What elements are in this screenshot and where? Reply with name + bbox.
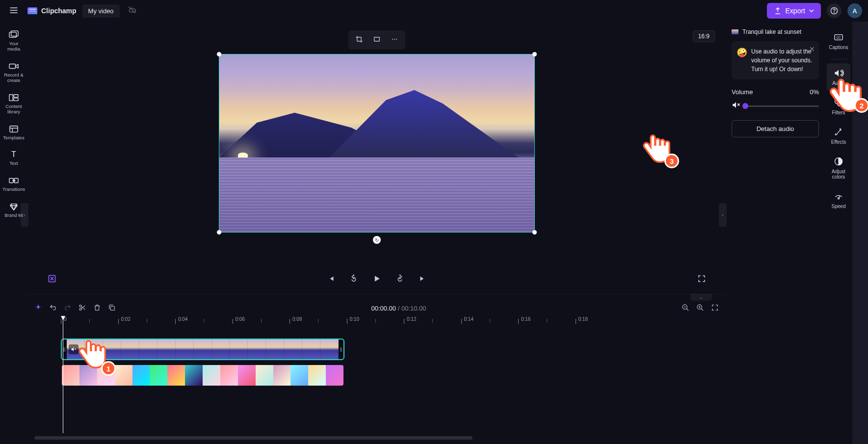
- svg-rect-4: [11, 31, 18, 36]
- effects-icon: [833, 127, 844, 137]
- tip-emoji-icon: 🤪: [736, 46, 747, 59]
- user-avatar[interactable]: A: [847, 3, 862, 18]
- fullscreen-button[interactable]: [695, 272, 708, 287]
- right-panel-expand[interactable]: ‹: [719, 203, 727, 227]
- clip-mute-icon[interactable]: [69, 344, 79, 354]
- sidebar-item-text[interactable]: T Text: [2, 145, 26, 171]
- rewind-button[interactable]: [347, 272, 360, 287]
- detach-audio-button[interactable]: Detach audio: [732, 120, 819, 137]
- svg-point-16: [392, 39, 393, 40]
- sidebar-item-content-library[interactable]: Content library: [2, 88, 26, 120]
- sidebar-item-your-media[interactable]: Your media: [2, 26, 26, 57]
- svg-rect-6: [9, 94, 13, 101]
- volume-value: 0%: [810, 88, 819, 96]
- resize-handle-br[interactable]: [532, 230, 537, 235]
- sidebar-tab-speed[interactable]: Speed: [827, 186, 850, 214]
- more-options-button[interactable]: [386, 32, 403, 48]
- clip-trim-right[interactable]: ||: [339, 340, 343, 359]
- resize-handle-tl[interactable]: [217, 52, 221, 56]
- svg-point-2: [834, 12, 835, 13]
- svg-point-21: [79, 308, 81, 310]
- svg-rect-3: [9, 32, 16, 38]
- rotate-handle[interactable]: ↻: [373, 236, 381, 244]
- library-icon: [8, 93, 19, 102]
- sidebar-item-transitions[interactable]: Transitions: [2, 171, 26, 197]
- svg-rect-9: [10, 126, 18, 132]
- text-icon: T: [8, 150, 19, 159]
- undo-button[interactable]: [49, 304, 57, 313]
- svg-rect-7: [14, 94, 18, 97]
- sidebar-tab-effects[interactable]: Effects: [827, 122, 850, 150]
- timecode-display: 00:00.00 / 00:10.00: [123, 305, 675, 312]
- split-button[interactable]: [79, 304, 86, 313]
- zoom-in-button[interactable]: [696, 304, 704, 313]
- brandkit-icon: [8, 202, 19, 211]
- stage-toolbar: [348, 30, 405, 50]
- sidebar-tab-adjust-colors[interactable]: Adjust colors: [827, 152, 850, 184]
- magic-button[interactable]: [34, 304, 42, 313]
- skip-end-button[interactable]: [416, 272, 429, 287]
- fit-button[interactable]: [368, 32, 386, 48]
- audio-icon: [833, 68, 844, 78]
- aspect-ratio-selector[interactable]: 16:9: [693, 30, 715, 42]
- filters-icon: [833, 98, 844, 107]
- app-logo[interactable]: Clipchamp: [27, 7, 77, 15]
- video-canvas[interactable]: ↻: [219, 54, 534, 232]
- properties-panel: ‹ Tranquil lake at sunset 🤪 ✕ Use audio …: [726, 22, 825, 444]
- remove-bg-button[interactable]: [45, 272, 59, 287]
- timeline-collapse[interactable]: ⌄: [690, 294, 712, 301]
- video-clip[interactable]: || ||: [61, 339, 344, 360]
- timeline: ⌄ 00:00.00 / 00:10.00: [27, 294, 726, 444]
- volume-slider[interactable]: [745, 105, 819, 107]
- skip-start-button[interactable]: [325, 272, 338, 287]
- zoom-out-button[interactable]: [682, 304, 689, 313]
- zoom-fit-button[interactable]: [711, 304, 719, 313]
- delete-button[interactable]: [93, 304, 101, 313]
- crop-button[interactable]: [350, 32, 368, 48]
- tip-close-button[interactable]: ✕: [809, 45, 815, 53]
- mute-icon[interactable]: [732, 101, 740, 111]
- timeline-scrollbar[interactable]: [34, 436, 719, 441]
- speed-icon: [833, 191, 844, 201]
- record-icon: [8, 62, 19, 71]
- volume-label: Volume: [732, 88, 753, 96]
- svg-rect-22: [110, 306, 114, 310]
- help-button[interactable]: [827, 3, 842, 18]
- export-button[interactable]: Export: [767, 3, 821, 19]
- svg-text:T: T: [11, 150, 16, 158]
- resize-handle-tr[interactable]: [532, 52, 537, 56]
- hamburger-menu[interactable]: [6, 2, 22, 20]
- sidebar-tab-filters[interactable]: Filters: [827, 93, 850, 120]
- selected-clip-name: Tranquil lake at sunset: [732, 28, 819, 35]
- cloud-sync-off-icon[interactable]: [128, 5, 136, 16]
- sidebar-item-record-create[interactable]: Record & create: [2, 57, 26, 88]
- adjust-icon: [833, 157, 844, 166]
- tip-callout: 🤪 ✕ Use audio to adjust the volume of yo…: [732, 41, 819, 79]
- sidebar-tab-captions[interactable]: CC Captions: [827, 27, 850, 55]
- app-name: Clipchamp: [41, 7, 77, 15]
- timeline-ruler[interactable]: 00:020:040:060:080:100:120:140:160:18: [61, 316, 726, 327]
- svg-point-17: [394, 39, 395, 40]
- playhead-line: [63, 320, 63, 433]
- captions-icon: CC: [833, 32, 844, 42]
- sidebar-tab-audio[interactable]: Audio: [827, 63, 850, 91]
- svg-rect-8: [14, 98, 18, 101]
- svg-text:CC: CC: [836, 36, 841, 39]
- volume-slider-thumb[interactable]: [742, 103, 748, 109]
- right-sidebar: CC Captions Audio Filters Effects Adjust…: [825, 22, 852, 444]
- clip-thumbnail-icon: [732, 29, 738, 34]
- duplicate-button[interactable]: [108, 304, 116, 313]
- play-button[interactable]: [370, 272, 384, 287]
- sidebar-item-templates[interactable]: Templates: [2, 120, 26, 146]
- svg-line-25: [686, 309, 688, 311]
- transitions-icon: [8, 176, 19, 185]
- templates-icon: [8, 125, 19, 133]
- svg-rect-5: [9, 64, 16, 68]
- resize-handle-bl[interactable]: [217, 230, 221, 235]
- export-label: Export: [786, 7, 805, 15]
- redo-button[interactable]: [64, 304, 72, 313]
- svg-line-29: [701, 309, 703, 311]
- audio-clip[interactable]: [61, 364, 344, 387]
- project-title[interactable]: My video: [82, 4, 120, 18]
- forward-button[interactable]: [394, 272, 406, 287]
